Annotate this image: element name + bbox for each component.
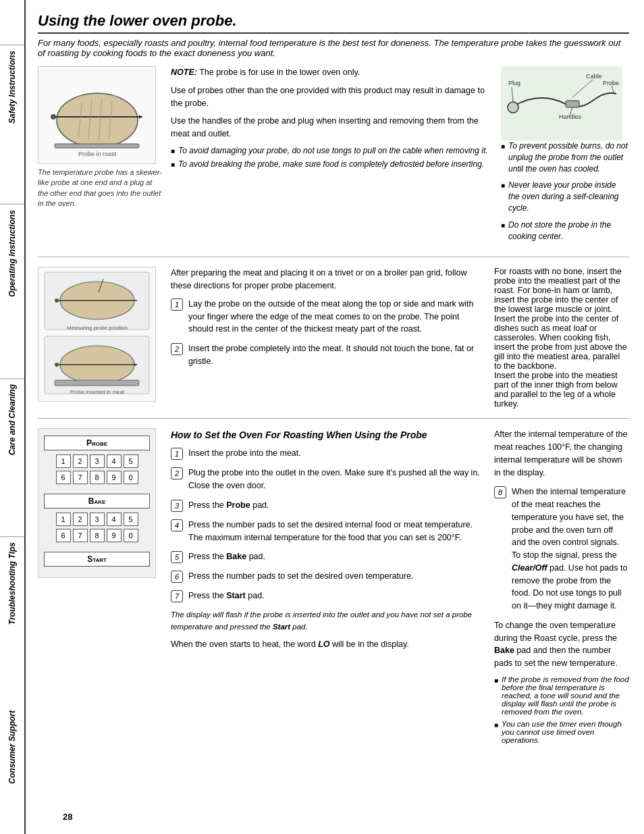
bstep-1: 1 Insert the probe into the meat. (171, 447, 486, 460)
key-1[interactable]: 1 (56, 454, 71, 468)
key-5[interactable]: 5 (124, 454, 138, 468)
svg-text:Measuring probe position: Measuring probe position (67, 325, 128, 331)
svg-text:Probe inserted in meat: Probe inserted in meat (70, 389, 125, 395)
key-b0[interactable]: 0 (124, 529, 138, 542)
section-heading: How to Set the Oven For Roasting When Us… (171, 428, 486, 442)
bstep7-num: 7 (171, 590, 183, 602)
keypad-row2-bake: 6 7 8 9 0 (44, 529, 150, 542)
svg-text:Cable: Cable (586, 73, 602, 80)
keypad-row1-bake: 1 2 3 4 5 (44, 513, 150, 526)
mid-right1: For roasts with no bone, insert the prob… (494, 267, 629, 314)
sidebar-item-consumer[interactable]: Consumer Support (0, 705, 24, 789)
bstep5-bold-bake: Bake (226, 552, 246, 561)
step2-number: 2 (171, 343, 183, 355)
bstep6-text: Press the number pads to set the desired… (188, 570, 414, 583)
right-bullet-3: ■ Do not store the probe in the cooking … (501, 219, 629, 242)
bullet-item-2: ■ To avoid breaking the probe, make sure… (171, 159, 493, 169)
sidebar-item-care[interactable]: Care and Cleaning (0, 378, 24, 461)
para2: Use the handles of the probe and plug wh… (171, 115, 493, 140)
step-2: 2 Insert the probe completely into the m… (171, 342, 486, 368)
keypad-row1-top: 1 2 3 4 5 (44, 454, 150, 468)
key-2[interactable]: 2 (73, 454, 88, 468)
bottom-section: Probe 1 2 3 4 5 6 7 8 9 0 (38, 428, 629, 748)
intro-paragraph: For many foods, especially roasts and po… (38, 38, 629, 58)
key-7[interactable]: 7 (73, 471, 88, 484)
keypad-box: Probe 1 2 3 4 5 6 7 8 9 0 (38, 428, 156, 578)
key-b1[interactable]: 1 (56, 513, 71, 526)
sidebar-item-troubleshooting[interactable]: Troubleshooting Tips (0, 536, 24, 630)
bullet-square-icon-2: ■ (171, 161, 175, 169)
step1-text: Lay the probe on the outside of the meat… (188, 298, 486, 336)
bullet-item-1: ■ To avoid damaging your probe, do not u… (171, 146, 493, 155)
key-b9[interactable]: 9 (107, 529, 122, 542)
key-b6[interactable]: 6 (56, 529, 71, 542)
bstep3-bold-probe: Probe (226, 500, 250, 510)
sidebar-item-safety[interactable]: Safety Instructions (0, 45, 24, 129)
step2-text: Insert the probe completely into the mea… (188, 342, 486, 368)
mid-sketch-svg: Measuring probe position Probe inserted … (41, 269, 153, 400)
mid-left-column: Measuring probe position Probe inserted … (38, 267, 163, 409)
key-4[interactable]: 4 (107, 454, 122, 468)
right-bullet3-text: Do not store the probe in the cooking ce… (508, 219, 629, 242)
mid-right3: Insert the probe into the meatiest part … (494, 371, 629, 409)
top-center-column: NOTE: The probe is for use in the lower … (171, 66, 493, 247)
bottom-para2: When the oven starts to heat, the word L… (171, 638, 486, 651)
bake-keypad-label: Bake (44, 494, 150, 509)
key-6[interactable]: 6 (56, 471, 71, 484)
probe-sketch-image: Probe in roast (38, 66, 156, 164)
key-b2[interactable]: 2 (73, 513, 88, 526)
key-8[interactable]: 8 (90, 471, 105, 484)
key-b5[interactable]: 5 (124, 513, 138, 526)
svg-text:Plug: Plug (508, 80, 520, 86)
note-label: NOTE: (171, 68, 197, 77)
mid-para1: After preparing the meat and placing it … (171, 267, 486, 292)
key-3[interactable]: 3 (90, 454, 105, 468)
top-section: Probe in roast The temperature probe has… (38, 66, 629, 257)
key-b3[interactable]: 3 (90, 513, 105, 526)
bullet2-text: To avoid breaking the probe, make sure f… (178, 159, 484, 169)
bright-bullet-sq-1: ■ (494, 677, 498, 716)
svg-point-10 (508, 102, 518, 113)
bottom-note: The display will flash if the probe is i… (171, 609, 486, 633)
bstep8-num: 8 (494, 486, 506, 498)
sidebar-item-operating[interactable]: Operating Instructions (0, 204, 24, 303)
bstep-2: 2 Plug the probe into the outlet in the … (171, 467, 486, 492)
right-bullet-1: ■ To prevent possible burns, do not unpl… (501, 140, 629, 174)
step-1: 1 Lay the probe on the outside of the me… (171, 298, 486, 336)
keypad-row2-top: 6 7 8 9 0 (44, 471, 150, 484)
bullet-sq-r1: ■ (501, 142, 505, 174)
bstep5-num: 5 (171, 551, 183, 563)
key-b8[interactable]: 8 (90, 529, 105, 542)
key-0[interactable]: 0 (124, 471, 138, 484)
bright-para2: To change the oven temperature during th… (494, 619, 629, 670)
svg-point-30 (55, 363, 59, 367)
right-bullets: ■ To prevent possible burns, do not unpl… (501, 140, 629, 242)
bright-bake-bold: Bake (494, 646, 514, 655)
page-number: 28 (63, 812, 72, 822)
bstep8-text: When the internal temperature of the mea… (512, 486, 629, 613)
start-keypad-label: Start (44, 552, 150, 567)
page-title: Using the lower oven probe. (38, 12, 629, 34)
bstep-6: 6 Press the number pads to set the desir… (171, 570, 486, 583)
svg-text:Probe: Probe (603, 80, 619, 86)
mid-right2: Insert the probe into the center of dish… (494, 314, 629, 371)
note-text: The probe is for use in the lower oven o… (199, 68, 360, 77)
key-b7[interactable]: 7 (73, 529, 88, 542)
key-9[interactable]: 9 (107, 471, 122, 484)
right-bullet-2: ■ Never leave your probe inside the oven… (501, 180, 629, 213)
bottom-center-column: How to Set the Oven For Roasting When Us… (171, 428, 486, 748)
main-content: Using the lower oven probe. For many foo… (26, 0, 644, 834)
svg-point-24 (55, 298, 59, 303)
svg-line-14 (512, 87, 513, 102)
bstep5-text: Press the Bake pad. (188, 550, 265, 563)
bstep4-num: 4 (171, 519, 183, 531)
probe-parts-diagram: Plug Cable Handles Probe (501, 66, 622, 140)
mid-section: Measuring probe position Probe inserted … (38, 267, 629, 419)
bstep-3: 3 Press the Probe pad. (171, 499, 486, 512)
bstep2-text: Plug the probe into the outlet in the ov… (188, 467, 486, 492)
bright-bullet2-text: You can use the timer even though you ca… (502, 720, 629, 744)
probe-sketch-svg: Probe in roast (41, 70, 153, 161)
bstep4-text: Press the number pads to set the desired… (188, 519, 486, 544)
svg-rect-8 (55, 144, 139, 148)
key-b4[interactable]: 4 (107, 513, 122, 526)
